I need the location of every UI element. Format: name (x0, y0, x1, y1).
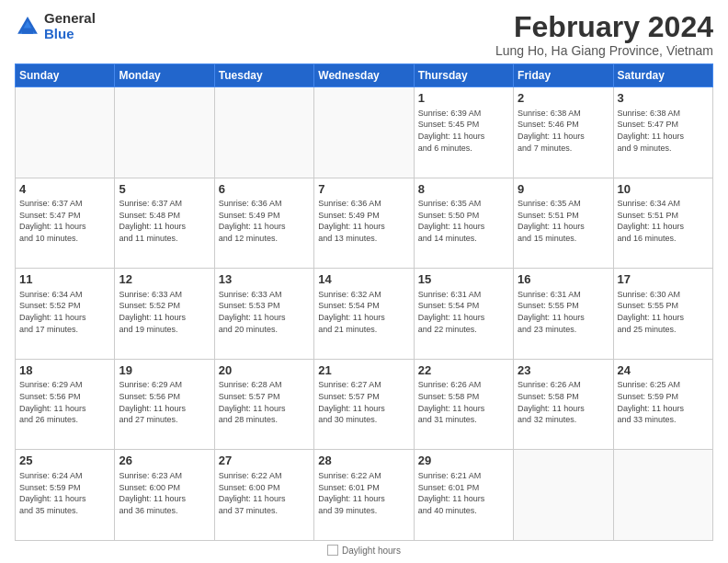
calendar-week-2: 11Sunrise: 6:34 AM Sunset: 5:52 PM Dayli… (16, 269, 713, 360)
calendar-cell (115, 87, 214, 178)
calendar-cell (314, 87, 414, 178)
calendar-cell: 9Sunrise: 6:35 AM Sunset: 5:51 PM Daylig… (514, 178, 613, 269)
day-number: 7 (318, 181, 409, 198)
calendar-cell (514, 450, 613, 541)
day-info: Sunrise: 6:35 AM Sunset: 5:51 PM Dayligh… (518, 198, 609, 244)
day-number: 16 (518, 271, 609, 288)
calendar-cell: 23Sunrise: 6:26 AM Sunset: 5:58 PM Dayli… (514, 359, 613, 450)
title-block: February 2024 Lung Ho, Ha Giang Province… (495, 11, 713, 58)
day-info: Sunrise: 6:22 AM Sunset: 6:01 PM Dayligh… (318, 470, 409, 516)
day-info: Sunrise: 6:33 AM Sunset: 5:53 PM Dayligh… (219, 289, 310, 335)
svg-rect-2 (22, 28, 33, 33)
calendar-cell: 12Sunrise: 6:33 AM Sunset: 5:52 PM Dayli… (115, 269, 214, 360)
calendar-cell: 26Sunrise: 6:23 AM Sunset: 6:00 PM Dayli… (115, 450, 214, 541)
day-number: 24 (618, 362, 709, 379)
day-info: Sunrise: 6:36 AM Sunset: 5:49 PM Dayligh… (219, 198, 310, 244)
calendar-cell (613, 450, 712, 541)
day-info: Sunrise: 6:24 AM Sunset: 5:59 PM Dayligh… (19, 470, 110, 516)
day-info: Sunrise: 6:39 AM Sunset: 5:45 PM Dayligh… (418, 108, 509, 154)
calendar-cell (16, 87, 115, 178)
day-number: 15 (418, 271, 509, 288)
day-number: 29 (418, 453, 509, 469)
calendar-cell: 1Sunrise: 6:39 AM Sunset: 5:45 PM Daylig… (414, 87, 513, 178)
day-info: Sunrise: 6:29 AM Sunset: 5:56 PM Dayligh… (19, 379, 110, 425)
day-number: 18 (19, 362, 110, 379)
day-number: 21 (318, 362, 409, 379)
day-info: Sunrise: 6:38 AM Sunset: 5:47 PM Dayligh… (618, 108, 709, 154)
day-info: Sunrise: 6:31 AM Sunset: 5:54 PM Dayligh… (418, 289, 509, 335)
day-info: Sunrise: 6:28 AM Sunset: 5:57 PM Dayligh… (219, 379, 310, 425)
day-number: 13 (219, 271, 310, 288)
day-info: Sunrise: 6:26 AM Sunset: 5:58 PM Dayligh… (518, 379, 609, 425)
calendar-cell: 13Sunrise: 6:33 AM Sunset: 5:53 PM Dayli… (214, 269, 313, 360)
day-info: Sunrise: 6:36 AM Sunset: 5:49 PM Dayligh… (318, 198, 409, 244)
day-number: 20 (219, 362, 310, 379)
calendar-cell: 8Sunrise: 6:35 AM Sunset: 5:50 PM Daylig… (414, 178, 513, 269)
day-info: Sunrise: 6:27 AM Sunset: 5:57 PM Dayligh… (318, 379, 409, 425)
day-info: Sunrise: 6:37 AM Sunset: 5:48 PM Dayligh… (119, 198, 210, 244)
day-number: 3 (618, 90, 709, 107)
day-info: Sunrise: 6:33 AM Sunset: 5:52 PM Dayligh… (119, 289, 210, 335)
day-info: Sunrise: 6:23 AM Sunset: 6:00 PM Dayligh… (119, 470, 210, 516)
day-number: 19 (119, 362, 210, 379)
day-info: Sunrise: 6:34 AM Sunset: 5:51 PM Dayligh… (618, 198, 709, 244)
day-number: 27 (219, 453, 310, 469)
col-thursday: Thursday (414, 64, 513, 87)
calendar-cell: 14Sunrise: 6:32 AM Sunset: 5:54 PM Dayli… (314, 269, 414, 360)
col-saturday: Saturday (613, 64, 712, 87)
calendar-header-row: Sunday Monday Tuesday Wednesday Thursday… (16, 64, 713, 87)
day-number: 23 (518, 362, 609, 379)
calendar-cell: 29Sunrise: 6:21 AM Sunset: 6:01 PM Dayli… (414, 450, 513, 541)
day-number: 1 (418, 90, 509, 107)
calendar-cell: 24Sunrise: 6:25 AM Sunset: 5:59 PM Dayli… (613, 359, 712, 450)
calendar-cell: 11Sunrise: 6:34 AM Sunset: 5:52 PM Dayli… (16, 269, 115, 360)
footer: Daylight hours (15, 541, 713, 556)
calendar-cell: 2Sunrise: 6:38 AM Sunset: 5:46 PM Daylig… (514, 87, 613, 178)
calendar-cell: 17Sunrise: 6:30 AM Sunset: 5:55 PM Dayli… (613, 269, 712, 360)
calendar-cell: 21Sunrise: 6:27 AM Sunset: 5:57 PM Dayli… (314, 359, 414, 450)
calendar-cell: 5Sunrise: 6:37 AM Sunset: 5:48 PM Daylig… (115, 178, 214, 269)
col-wednesday: Wednesday (314, 64, 414, 87)
calendar-cell: 20Sunrise: 6:28 AM Sunset: 5:57 PM Dayli… (214, 359, 313, 450)
header: General Blue February 2024 Lung Ho, Ha G… (15, 11, 713, 58)
day-info: Sunrise: 6:34 AM Sunset: 5:52 PM Dayligh… (19, 289, 110, 335)
day-number: 9 (518, 181, 609, 198)
daylight-label: Daylight hours (342, 546, 401, 556)
calendar-week-4: 25Sunrise: 6:24 AM Sunset: 5:59 PM Dayli… (16, 450, 713, 541)
col-friday: Friday (514, 64, 613, 87)
day-info: Sunrise: 6:25 AM Sunset: 5:59 PM Dayligh… (618, 379, 709, 425)
calendar-cell: 4Sunrise: 6:37 AM Sunset: 5:47 PM Daylig… (16, 178, 115, 269)
day-info: Sunrise: 6:38 AM Sunset: 5:46 PM Dayligh… (518, 108, 609, 154)
day-info: Sunrise: 6:31 AM Sunset: 5:55 PM Dayligh… (518, 289, 609, 335)
calendar-week-1: 4Sunrise: 6:37 AM Sunset: 5:47 PM Daylig… (16, 178, 713, 269)
day-number: 2 (518, 90, 609, 107)
day-number: 25 (19, 453, 110, 469)
calendar-cell: 25Sunrise: 6:24 AM Sunset: 5:59 PM Dayli… (16, 450, 115, 541)
day-number: 5 (119, 181, 210, 198)
day-number: 6 (219, 181, 310, 198)
day-info: Sunrise: 6:26 AM Sunset: 5:58 PM Dayligh… (418, 379, 509, 425)
day-number: 4 (19, 181, 110, 198)
day-info: Sunrise: 6:29 AM Sunset: 5:56 PM Dayligh… (119, 379, 210, 425)
day-number: 14 (318, 271, 409, 288)
page: General Blue February 2024 Lung Ho, Ha G… (0, 0, 728, 563)
daylight-color (327, 545, 338, 556)
location: Lung Ho, Ha Giang Province, Vietnam (495, 43, 713, 58)
day-number: 12 (119, 271, 210, 288)
day-number: 28 (318, 453, 409, 469)
calendar-week-0: 1Sunrise: 6:39 AM Sunset: 5:45 PM Daylig… (16, 87, 713, 178)
calendar-table: Sunday Monday Tuesday Wednesday Thursday… (15, 63, 713, 541)
col-monday: Monday (115, 64, 214, 87)
calendar-cell: 3Sunrise: 6:38 AM Sunset: 5:47 PM Daylig… (613, 87, 712, 178)
calendar-cell: 27Sunrise: 6:22 AM Sunset: 6:00 PM Dayli… (214, 450, 313, 541)
day-number: 11 (19, 271, 110, 288)
day-info: Sunrise: 6:22 AM Sunset: 6:00 PM Dayligh… (219, 470, 310, 516)
calendar-cell: 16Sunrise: 6:31 AM Sunset: 5:55 PM Dayli… (514, 269, 613, 360)
logo-icon (15, 14, 40, 40)
calendar-cell (214, 87, 313, 178)
day-number: 10 (618, 181, 709, 198)
calendar-cell: 15Sunrise: 6:31 AM Sunset: 5:54 PM Dayli… (414, 269, 513, 360)
logo-text: General Blue (44, 11, 96, 41)
day-info: Sunrise: 6:37 AM Sunset: 5:47 PM Dayligh… (19, 198, 110, 244)
calendar-cell: 28Sunrise: 6:22 AM Sunset: 6:01 PM Dayli… (314, 450, 414, 541)
